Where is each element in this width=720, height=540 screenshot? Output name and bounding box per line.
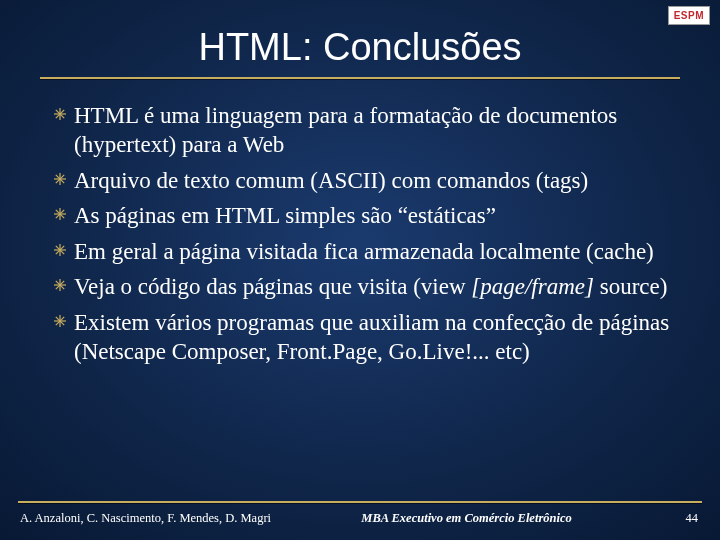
bullet-text: HTML é uma linguagem para a formatação d… bbox=[74, 101, 674, 160]
footer-underline bbox=[18, 501, 702, 503]
bullet-text: Em geral a página visitada fica armazena… bbox=[74, 237, 674, 266]
snowflake-icon bbox=[46, 166, 74, 186]
slide-title: HTML: Conclusões bbox=[0, 0, 720, 69]
list-item: Veja o código das páginas que visita (vi… bbox=[46, 272, 674, 301]
snowflake-icon bbox=[46, 272, 74, 292]
page-number: 44 bbox=[662, 511, 702, 526]
snowflake-icon bbox=[46, 101, 74, 121]
bullet-text: Arquivo de texto comum (ASCII) com coman… bbox=[74, 166, 674, 195]
list-item: Existem vários programas que auxiliam na… bbox=[46, 308, 674, 367]
bullet-list: HTML é uma linguagem para a formatação d… bbox=[0, 79, 720, 367]
brand-logo: ESPM bbox=[668, 6, 710, 25]
snowflake-icon bbox=[46, 308, 74, 328]
bullet-text: As páginas em HTML simples são “estática… bbox=[74, 201, 674, 230]
list-item: Arquivo de texto comum (ASCII) com coman… bbox=[46, 166, 674, 195]
bullet-text: Veja o código das páginas que visita (vi… bbox=[74, 272, 674, 301]
list-item: As páginas em HTML simples são “estática… bbox=[46, 201, 674, 230]
list-item: Em geral a página visitada fica armazena… bbox=[46, 237, 674, 266]
snowflake-icon bbox=[46, 237, 74, 257]
footer-authors: A. Anzaloni, C. Nascimento, F. Mendes, D… bbox=[18, 511, 271, 526]
bullet-text: Existem vários programas que auxiliam na… bbox=[74, 308, 674, 367]
footer-course: MBA Executivo em Comércio Eletrônico bbox=[271, 511, 662, 526]
snowflake-icon bbox=[46, 201, 74, 221]
footer: A. Anzaloni, C. Nascimento, F. Mendes, D… bbox=[0, 501, 720, 526]
list-item: HTML é uma linguagem para a formatação d… bbox=[46, 101, 674, 160]
